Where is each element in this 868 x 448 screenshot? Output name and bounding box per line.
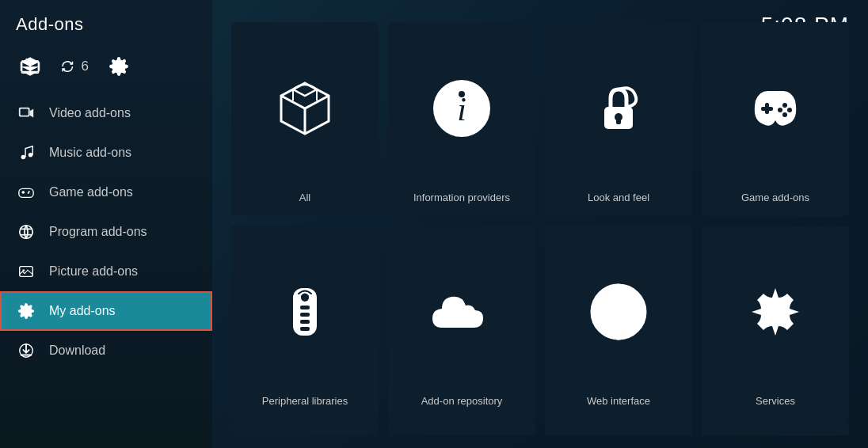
svg-rect-27 <box>761 107 773 111</box>
box-icon <box>273 35 337 182</box>
sidebar-title: Add-ons <box>16 14 83 35</box>
sidebar-item-label-download: Download <box>49 344 105 358</box>
svg-rect-35 <box>300 313 310 317</box>
sidebar-item-program[interactable]: Program add-ons <box>0 212 212 252</box>
my-addons-icon <box>16 301 36 321</box>
grid-item-all[interactable]: All <box>231 22 379 216</box>
grid-item-label-all: All <box>299 192 310 205</box>
look-icon <box>587 35 650 182</box>
partial-tile-3 <box>545 420 692 435</box>
sidebar-item-my-addons[interactable]: My add-ons <box>0 291 212 331</box>
sidebar-item-label-game: Game add-ons <box>49 185 133 199</box>
sidebar-item-label-video: Video add-ons <box>49 106 131 120</box>
grid-item-look-and-feel[interactable]: Look and feel <box>545 22 692 216</box>
package-icon <box>19 55 41 78</box>
grid-item-label-peripheral: Peripheral libraries <box>262 395 348 408</box>
svg-rect-34 <box>300 306 310 309</box>
sidebar-icons-row: 6 <box>0 43 212 93</box>
sidebar-item-label-program: Program add-ons <box>49 225 147 239</box>
svg-rect-7 <box>19 188 33 197</box>
svg-marker-2 <box>30 109 34 118</box>
sidebar-item-picture[interactable]: Picture add-ons <box>0 252 212 291</box>
svg-rect-37 <box>300 327 310 331</box>
partial-tile-4 <box>702 420 849 435</box>
video-icon <box>16 103 36 123</box>
svg-point-22 <box>459 91 465 97</box>
partial-tile-2 <box>388 420 535 435</box>
sidebar: Add-ons 6 <box>0 0 212 448</box>
svg-point-28 <box>782 103 787 108</box>
info-icon: i <box>430 35 493 182</box>
grid-item-info-providers[interactable]: i Information providers <box>388 22 535 216</box>
grid-item-label-repo: Add-on repository <box>421 395 503 408</box>
settings-icon <box>108 56 129 77</box>
sidebar-item-label-music: Music add-ons <box>49 146 131 160</box>
grid-item-services[interactable]: Services <box>702 226 849 420</box>
nav-list: Video add-ons Music add-ons Game add-on <box>0 93 212 448</box>
gamepad-nav-icon <box>16 182 36 203</box>
picture-icon <box>16 261 36 282</box>
download-icon <box>16 340 36 361</box>
settings-icon-btn[interactable] <box>105 52 133 81</box>
partial-tile-1 <box>231 420 379 435</box>
grid-item-label-web: Web interface <box>587 395 650 408</box>
sidebar-item-label-picture: Picture add-ons <box>49 264 138 279</box>
globe-icon <box>587 238 650 385</box>
update-icon <box>60 57 75 76</box>
svg-point-30 <box>782 112 787 117</box>
sidebar-item-video[interactable]: Video add-ons <box>0 93 212 133</box>
gamepad-icon <box>744 35 807 182</box>
sidebar-item-label-my-addons: My add-ons <box>49 304 116 318</box>
grid-item-label-game: Game add-ons <box>741 192 809 205</box>
grid-item-addon-repo[interactable]: Add-on repository <box>388 226 535 420</box>
grid-item-peripheral[interactable]: Peripheral libraries <box>231 226 379 420</box>
sidebar-item-music[interactable]: Music add-ons <box>0 133 212 173</box>
sidebar-item-download[interactable]: Download <box>0 331 212 370</box>
program-icon <box>16 222 36 242</box>
update-count: 6 <box>82 59 89 74</box>
package-icon-btn[interactable] <box>16 52 44 81</box>
svg-rect-4 <box>21 109 28 114</box>
sidebar-header: Add-ons <box>0 0 212 43</box>
main-content: 5:08 PM All <box>212 0 868 448</box>
update-icon-btn[interactable]: 6 <box>60 52 89 81</box>
grid-item-game-addons[interactable]: Game add-ons <box>702 22 849 216</box>
svg-point-29 <box>787 108 792 112</box>
svg-point-5 <box>21 155 25 160</box>
remote-icon <box>281 238 329 385</box>
grid-item-label-services: Services <box>756 395 795 408</box>
gear-icon <box>744 238 807 385</box>
svg-point-6 <box>29 153 33 158</box>
svg-point-31 <box>778 108 782 112</box>
svg-point-8 <box>20 226 33 239</box>
grid-item-label-look: Look and feel <box>588 192 649 205</box>
cloud-icon <box>426 238 497 385</box>
svg-rect-25 <box>616 118 621 124</box>
grid-item-label-info: Information providers <box>413 192 510 205</box>
addons-grid: All i Information providers <box>231 22 849 420</box>
music-icon <box>16 142 36 163</box>
partial-row <box>231 420 849 435</box>
sidebar-item-game[interactable]: Game add-ons <box>0 173 212 212</box>
svg-rect-36 <box>300 320 310 324</box>
svg-point-12 <box>22 269 25 271</box>
grid-item-web-interface[interactable]: Web interface <box>545 226 692 420</box>
